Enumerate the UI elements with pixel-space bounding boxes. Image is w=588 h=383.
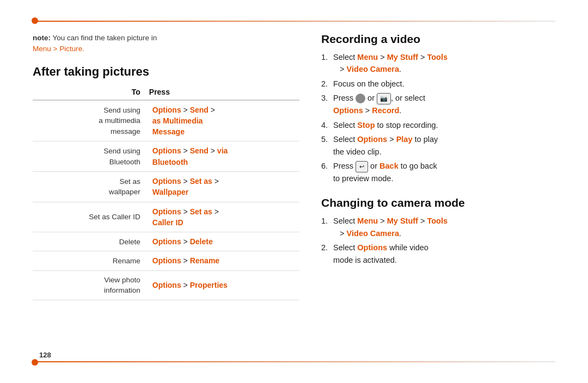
list-num: 1. <box>321 51 331 63</box>
changing-camera-list: 1. Select Menu > My Stuff > Tools > Vide… <box>321 215 555 266</box>
table-row: Rename Options > Rename <box>33 251 299 270</box>
list-content: Select Options while video mode is activ… <box>333 242 555 266</box>
td-to-6: Rename <box>33 251 145 270</box>
list-item: 1. Select Menu > My Stuff > Tools > Vide… <box>321 51 555 76</box>
list-content: Select Stop to stop recording. <box>333 119 555 131</box>
note-text: You can find the taken picture in <box>53 34 157 42</box>
list-item: 2. Select Options while video mode is ac… <box>321 242 555 266</box>
bottom-line <box>33 361 555 362</box>
table-wrapper: To Press Send usinga multimediamessage O… <box>33 85 299 300</box>
td-press-5: Options > Delete <box>145 232 299 251</box>
list-num: 1. <box>321 215 331 227</box>
td-to-5: Delete <box>33 232 145 251</box>
after-taking-pictures-title: After taking pictures <box>33 65 299 79</box>
td-to-4: Set as Caller ID <box>33 202 145 232</box>
table-row: Send usingBluetooth Options > Send > via… <box>33 141 299 172</box>
list-num: 5. <box>321 133 331 145</box>
list-item: 4. Select Stop to stop recording. <box>321 119 555 131</box>
main-content: note: You can find the taken picture in … <box>33 30 555 350</box>
table-row: Set as Caller ID Options > Set as > Call… <box>33 202 299 232</box>
changing-camera-mode-title: Changing to camera mode <box>321 196 555 209</box>
note-block: note: You can find the taken picture in … <box>33 33 299 55</box>
table-row: Set aswallpaper Options > Set as > Wallp… <box>33 171 299 202</box>
table-header-row: To Press <box>33 85 299 100</box>
list-content: Focus on the object. <box>333 78 555 90</box>
right-column: Recording a video 1. Select Menu > My St… <box>321 30 555 350</box>
td-to-1: Send usinga multimediamessage <box>33 100 145 141</box>
recording-video-title: Recording a video <box>321 33 555 46</box>
td-press-6: Options > Rename <box>145 251 299 270</box>
table-body: Send usinga multimediamessage Options > … <box>33 100 299 300</box>
top-line <box>33 21 555 22</box>
center-key-icon <box>356 94 365 103</box>
list-content: Select Options > Play to play the video … <box>333 133 555 158</box>
list-content: Press or 📷, or select Options > Record. <box>333 92 555 116</box>
bottom-dot <box>32 359 38 366</box>
td-to-7: View photoinformation <box>33 270 145 300</box>
options-table: To Press Send usinga multimediamessage O… <box>33 85 299 300</box>
list-item: 6. Press ↩ or Back to go back to preview… <box>321 160 555 184</box>
td-press-2: Options > Send > via Bluetooth <box>145 141 299 172</box>
list-content: Select Menu > My Stuff > Tools > Video C… <box>333 215 555 239</box>
list-item: 1. Select Menu > My Stuff > Tools > Vide… <box>321 215 555 239</box>
list-num: 6. <box>321 160 331 172</box>
td-to-2: Send usingBluetooth <box>33 141 145 172</box>
table-row: Send usinga multimediamessage Options > … <box>33 100 299 141</box>
th-press: Press <box>145 85 299 100</box>
td-press-7: Options > Properties <box>145 270 299 300</box>
table-row: Delete Options > Delete <box>33 232 299 251</box>
recording-video-list: 1. Select Menu > My Stuff > Tools > Vide… <box>321 51 555 184</box>
td-to-3: Set aswallpaper <box>33 171 145 202</box>
list-num: 2. <box>321 78 331 90</box>
list-item: 2. Focus on the object. <box>321 78 555 90</box>
list-num: 3. <box>321 92 331 104</box>
note-link: Menu > Picture. <box>33 45 84 53</box>
page-number: 128 <box>39 351 51 359</box>
list-item: 3. Press or 📷, or select Options > Recor… <box>321 92 555 116</box>
back-key-icon: ↩ <box>356 161 368 172</box>
table-row: View photoinformation Options > Properti… <box>33 270 299 300</box>
td-press-3: Options > Set as > Wallpaper <box>145 171 299 202</box>
list-content: Press ↩ or Back to go back to preview mo… <box>333 160 555 184</box>
td-press-4: Options > Set as > Caller ID <box>145 202 299 232</box>
left-column: note: You can find the taken picture in … <box>33 30 299 350</box>
th-to: To <box>33 85 145 100</box>
list-num: 2. <box>321 242 331 254</box>
list-num: 4. <box>321 119 331 131</box>
note-label: note: <box>33 34 51 42</box>
camera-key-icon: 📷 <box>377 93 391 104</box>
list-content: Select Menu > My Stuff > Tools > Video C… <box>333 51 555 76</box>
td-press-1: Options > Send > as Multimedia Message <box>145 100 299 141</box>
list-item: 5. Select Options > Play to play the vid… <box>321 133 555 158</box>
